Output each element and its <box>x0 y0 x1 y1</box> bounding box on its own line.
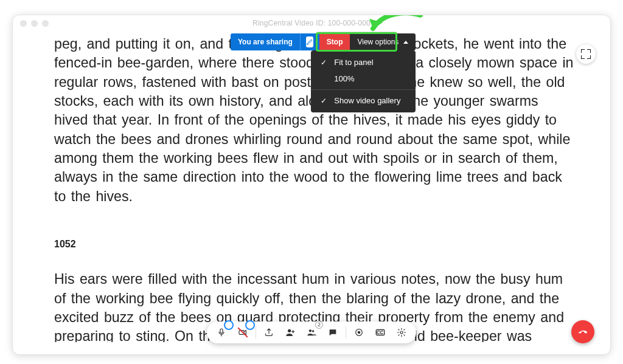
record-icon <box>354 328 364 337</box>
svg-point-3 <box>312 330 314 332</box>
menu-item-label: 100% <box>334 74 354 83</box>
menu-item-fit-to-panel[interactable]: ✓ Fit to panel <box>311 54 416 70</box>
closed-captions-button[interactable] <box>371 323 390 342</box>
settings-button[interactable] <box>392 323 411 342</box>
separator <box>346 326 346 338</box>
active-indicator <box>245 320 255 330</box>
gear-icon <box>397 328 406 337</box>
titlebar: RingCentral Video ID: 100-000-000 <box>13 15 610 32</box>
check-icon: ✓ <box>319 97 328 105</box>
view-options-label: View options <box>357 38 399 46</box>
chevron-up-icon <box>403 41 408 44</box>
menu-item-show-video-gallery[interactable]: ✓ Show video gallery <box>311 92 416 109</box>
leave-meeting-button[interactable] <box>571 320 594 343</box>
separator <box>256 326 256 338</box>
meeting-control-bar: 2 <box>207 321 416 343</box>
invite-button[interactable] <box>280 323 300 342</box>
record-button[interactable] <box>349 323 369 342</box>
menu-separator <box>311 89 416 90</box>
svg-point-5 <box>358 331 361 334</box>
you-are-sharing-label: You are sharing <box>231 33 300 50</box>
view-options-button[interactable]: View options ✓ Fit to panel 100% ✓ Show … <box>350 33 416 50</box>
add-user-icon <box>285 328 295 337</box>
mute-button[interactable] <box>212 323 231 342</box>
chat-icon <box>328 328 338 337</box>
app-window: RingCentral Video ID: 100-000-000 peg, a… <box>12 15 611 355</box>
svg-point-2 <box>309 329 312 332</box>
check-icon: ✓ <box>319 58 328 67</box>
document-page-number: 1052 <box>54 238 574 251</box>
share-icon <box>264 328 274 337</box>
fullscreen-icon <box>582 50 590 58</box>
hangup-icon <box>577 326 588 337</box>
stop-sharing-button[interactable]: Stop <box>319 33 350 50</box>
menu-item-label: Fit to panel <box>334 58 373 67</box>
participants-button[interactable]: 2 <box>302 323 321 342</box>
window-title: RingCentral Video ID: 100-000-000 <box>13 19 610 27</box>
share-screen-button[interactable] <box>259 323 279 342</box>
fullscreen-button[interactable] <box>576 44 596 64</box>
video-button[interactable] <box>233 323 252 342</box>
svg-point-7 <box>400 331 403 334</box>
pencil-icon <box>306 36 313 47</box>
annotate-button[interactable] <box>300 33 319 50</box>
microphone-icon <box>217 328 226 337</box>
menu-item-label: Show video gallery <box>334 96 400 105</box>
view-options-dropdown: ✓ Fit to panel 100% ✓ Show video gallery <box>311 50 416 112</box>
chat-button[interactable] <box>323 323 343 342</box>
svg-point-1 <box>288 329 291 332</box>
menu-item-zoom-100[interactable]: 100% <box>311 70 416 87</box>
participants-icon <box>307 328 316 337</box>
participants-count-badge: 2 <box>315 321 323 329</box>
active-indicator <box>224 320 234 330</box>
cc-icon <box>375 327 386 338</box>
sharing-toolbar: You are sharing Stop View options ✓ Fit … <box>231 33 416 50</box>
